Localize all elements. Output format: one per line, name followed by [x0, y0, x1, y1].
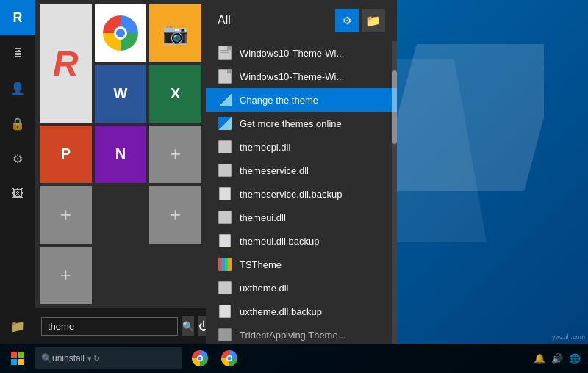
theme-icon	[218, 116, 232, 131]
taskbar-chrome-2[interactable]	[215, 344, 244, 373]
chrome-icon	[103, 15, 138, 51]
dll-icon	[218, 140, 232, 154]
volume-icon[interactable]: 🔊	[550, 352, 564, 366]
dll-icon	[218, 210, 232, 225]
file-icon	[218, 186, 232, 201]
sidebar-item-settings[interactable]: ⚙	[0, 141, 35, 176]
excel-icon: X	[171, 85, 180, 102]
tile-excel[interactable]: X	[149, 65, 201, 122]
taskbar-search-dropdown: ▾	[87, 354, 92, 363]
tile-chrome[interactable]	[95, 4, 147, 62]
svg-rect-1	[18, 352, 24, 358]
list-item[interactable]: themeservice.dll.backup	[206, 182, 397, 206]
watermark: ywzuh.com	[552, 333, 585, 341]
scrollbar-thumb[interactable]	[392, 70, 397, 144]
tile-add-1[interactable]: +	[149, 126, 201, 183]
search-results-title: All	[218, 14, 231, 27]
taskbar: 🔍 uninstall ▾ ↻ 🔔 🔊 🌐	[0, 344, 588, 373]
tile-powerpoint[interactable]: P	[40, 126, 92, 183]
search-folder-button[interactable]: 📁	[362, 9, 385, 32]
taskbar-search-box[interactable]: 🔍 uninstall ▾ ↻	[35, 347, 182, 369]
taskbar-search-refresh: ↻	[93, 354, 100, 363]
list-item-tstheme[interactable]: TSTheme	[206, 253, 397, 276]
user-icon: 👤	[10, 82, 25, 95]
list-item[interactable]: Windows10-Theme-Wi...	[206, 65, 397, 88]
tile-add-3[interactable]: +	[149, 186, 201, 243]
camera-icon: 📷	[162, 21, 188, 46]
sidebar-item-folder[interactable]: 📁	[0, 308, 35, 344]
search-button[interactable]: 🔍	[182, 316, 194, 336]
tile-camera[interactable]: 📷	[149, 4, 201, 62]
list-item-label: themeservice.dll	[240, 165, 309, 176]
start-search-bar: 🔍 ⏻	[35, 308, 206, 344]
file-icon	[218, 233, 232, 248]
tile-onenote[interactable]: N	[95, 126, 147, 183]
sidebar-item-user[interactable]: 👤	[0, 70, 35, 106]
svg-rect-0	[11, 352, 17, 358]
sidebar-item-photos[interactable]: 🖼	[0, 176, 35, 211]
dll-icon	[218, 280, 232, 295]
list-item-label: Windows10-Theme-Wi...	[240, 71, 344, 82]
start-search-input[interactable]	[41, 317, 178, 336]
list-item-label: Change the theme	[240, 95, 318, 106]
list-item[interactable]: themeui.dll	[206, 206, 397, 229]
dll-icon	[218, 327, 232, 342]
list-item-label: TridentApplving Theme...	[240, 330, 346, 341]
list-item-label: Windows10-Theme-Wi...	[240, 48, 344, 59]
scrollbar-track[interactable]	[392, 41, 397, 344]
list-item[interactable]: themeservice.dll	[206, 159, 397, 182]
list-item[interactable]: TridentApplving Theme...	[206, 323, 397, 344]
search-results-panel: All ⚙ 📁 Windows10-Theme-Wi...	[206, 0, 397, 344]
onenote-icon: N	[115, 145, 126, 162]
list-item[interactable]: themeui.dll.backup	[206, 229, 397, 253]
list-item[interactable]: uxtheme.dll.backup	[206, 300, 397, 323]
list-item-get-themes[interactable]: Get more themes online	[206, 112, 397, 135]
tile-revo[interactable]: R	[40, 4, 92, 123]
list-item-label: uxtheme.dll	[240, 283, 288, 294]
start-button[interactable]	[0, 344, 35, 373]
search-results-header: All ⚙ 📁	[206, 0, 397, 41]
list-item[interactable]: uxtheme.dll	[206, 276, 397, 300]
lock-icon: 🔒	[10, 117, 25, 131]
list-item[interactable]: themecpl.dll	[206, 135, 397, 159]
logo-letter: R	[13, 10, 23, 26]
search-gear-button[interactable]: ⚙	[335, 9, 359, 32]
folder-icon: 📁	[10, 319, 25, 333]
list-item-label: themecpl.dll	[240, 142, 290, 153]
tiles-grid: 📷 R W X P N + + + +	[35, 0, 206, 308]
sidebar-logo[interactable]: R	[0, 0, 35, 35]
list-item-label: themeservice.dll.backup	[240, 189, 342, 200]
file-icon	[218, 46, 232, 60]
taskbar-search-text: uninstall	[52, 353, 85, 363]
windows-icon	[10, 351, 25, 366]
start-sidebar: R 🖥 👤 🔒 ⚙ 🖼 📁	[0, 0, 35, 344]
taskbar-search-value: uninstall	[52, 353, 85, 363]
tile-word[interactable]: W	[95, 65, 147, 122]
network-icon[interactable]: 🌐	[567, 352, 582, 366]
search-results-list: Windows10-Theme-Wi... Windows10-Theme-Wi…	[206, 41, 397, 344]
list-item-label: uxtheme.dll.backup	[240, 306, 322, 317]
list-item[interactable]: Windows10-Theme-Wi...	[206, 41, 397, 65]
chrome-icon-2	[221, 350, 237, 366]
start-menu: R 🖥 👤 🔒 ⚙ 🖼 📁 📷	[0, 0, 206, 344]
taskbar-apps	[182, 344, 526, 373]
list-item-label: TSTheme	[240, 259, 282, 270]
tile-add-4[interactable]: +	[40, 247, 92, 304]
taskbar-search-icon: 🔍	[41, 353, 52, 363]
notification-icon[interactable]: 🔔	[532, 352, 547, 366]
list-item-label: themeui.dll.backup	[240, 236, 319, 247]
monitor-icon: 🖥	[12, 46, 24, 59]
svg-rect-3	[18, 359, 24, 365]
theme-icon	[218, 93, 232, 107]
tile-add-2[interactable]: +	[40, 186, 92, 243]
sidebar-item-lock[interactable]: 🔒	[0, 106, 35, 141]
list-item-label: themeui.dll	[240, 212, 286, 223]
sidebar-item-monitor[interactable]: 🖥	[0, 35, 35, 70]
list-item-change-theme[interactable]: Change the theme	[206, 88, 397, 112]
chrome-icon	[192, 350, 208, 366]
settings-icon: ⚙	[12, 152, 23, 166]
photos-icon: 🖼	[12, 187, 24, 200]
svg-rect-2	[11, 359, 17, 365]
file-icon	[218, 304, 232, 319]
taskbar-chrome-1[interactable]	[185, 344, 215, 373]
